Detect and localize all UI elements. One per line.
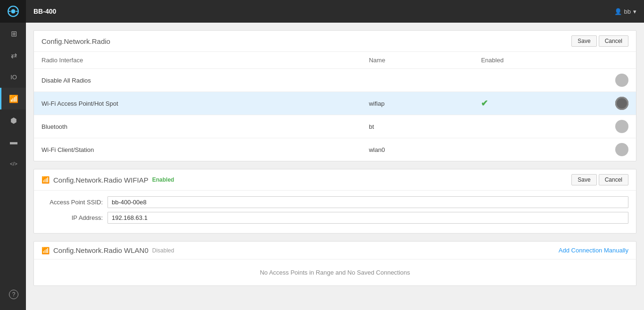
wifiap-card: 📶 Config.Network.Radio WIFIAP Enabled Sa…: [33, 169, 636, 234]
wlan0-header: 📶 Config.Network.Radio WLAN0 Disabled Ad…: [34, 242, 636, 260]
wifi-sidebar-icon: 📶: [9, 94, 18, 103]
sidebar-item-code[interactable]: </>: [0, 153, 26, 175]
main-content: Config.Network.Radio Save Cancel Radio I…: [26, 23, 644, 310]
toggle-cell: [608, 92, 636, 115]
row-interface: Wi-Fi Access Point/Hot Spot: [34, 92, 361, 115]
radio-table-title: Config.Network.Radio: [41, 37, 110, 45]
wlan0-empty-message: No Access Points in Range and No Saved C…: [34, 260, 636, 285]
row-enabled: [473, 138, 608, 161]
sidebar-item-network[interactable]: ⇄: [0, 44, 26, 66]
wifiap-cancel-button[interactable]: Cancel: [599, 174, 628, 185]
wifiap-title-group: 📶 Config.Network.Radio WIFIAP Enabled: [41, 176, 174, 184]
wlan0-status-badge: Disabled: [152, 247, 174, 254]
add-connection-manually-button[interactable]: Add Connection Manually: [559, 247, 628, 254]
user-menu[interactable]: 👤 bb ▾: [614, 8, 636, 15]
ip-input[interactable]: [107, 212, 628, 224]
topbar-right: 👤 bb ▾: [614, 8, 636, 15]
toggle-cell: [608, 115, 636, 138]
radio-table: Radio Interface Name Enabled Disable All…: [34, 52, 636, 161]
sidebar-item-wifi[interactable]: 📶: [0, 88, 26, 109]
username-label: bb: [624, 8, 631, 15]
toggle-cell: [608, 69, 636, 92]
table-row: Wi-Fi Client/Station wlan0: [34, 138, 636, 161]
wifi-icon: 📶: [41, 176, 50, 184]
col-interface: Radio Interface: [34, 52, 361, 69]
ssid-label: Access Point SSID:: [41, 199, 107, 206]
radio-table-card: Config.Network.Radio Save Cancel Radio I…: [33, 30, 636, 161]
table-row: Wi-Fi Access Point/Hot Spot wifiap ✔: [34, 92, 636, 115]
sidebar-item-help[interactable]: ?: [0, 284, 26, 305]
chevron-down-icon: ▾: [633, 8, 636, 15]
radio-toggle-wlan0[interactable]: [615, 143, 628, 156]
radio-cancel-button[interactable]: Cancel: [599, 35, 628, 47]
wifiap-title-text: Config.Network.Radio WIFIAP: [53, 176, 149, 184]
wifiap-form: Access Point SSID: IP Address:: [34, 191, 636, 233]
row-interface: Wi-Fi Client/Station: [34, 138, 361, 161]
wlan0-card: 📶 Config.Network.Radio WLAN0 Disabled Ad…: [33, 241, 636, 286]
radio-toggle-wifiap[interactable]: [615, 97, 628, 110]
wifiap-actions: Save Cancel: [571, 174, 628, 185]
toggle-cell: [608, 138, 636, 161]
sidebar-item-bluetooth[interactable]: ⬢: [0, 109, 26, 131]
row-enabled: ✔: [473, 92, 608, 115]
row-name: wifiap: [361, 92, 473, 115]
network-icon: ⇄: [11, 51, 17, 60]
radio-toggle-disable-all[interactable]: [615, 74, 628, 87]
sidebar-item-serial[interactable]: ▬: [0, 131, 26, 153]
sidebar: ⊞ ⇄ IO 📶 ⬢ ▬ </> ?: [0, 0, 26, 310]
io-icon: IO: [10, 74, 17, 81]
device-title: BB-400: [33, 8, 56, 15]
ip-row: IP Address:: [41, 212, 628, 224]
col-name: Name: [361, 52, 473, 69]
user-icon: 👤: [614, 8, 622, 15]
bluetooth-icon: ⬢: [10, 116, 17, 125]
logo: [0, 0, 26, 23]
sidebar-item-dashboard[interactable]: ⊞: [0, 23, 26, 44]
radio-save-button[interactable]: Save: [571, 35, 596, 47]
row-name: [361, 69, 473, 92]
topbar: BB-400 👤 bb ▾: [26, 0, 644, 23]
col-enabled: Enabled: [473, 52, 608, 69]
wifiap-status-badge: Enabled: [152, 176, 174, 183]
help-icon: ?: [9, 290, 18, 299]
enabled-checkmark: ✔: [481, 99, 488, 108]
table-row: Disable All Radios: [34, 69, 636, 92]
wlan0-title-group: 📶 Config.Network.Radio WLAN0 Disabled: [41, 246, 174, 254]
row-name: wlan0: [361, 138, 473, 161]
grid-icon: ⊞: [11, 29, 17, 38]
row-enabled: [473, 115, 608, 138]
radio-toggle-bluetooth[interactable]: [615, 120, 628, 133]
row-interface: Disable All Radios: [34, 69, 361, 92]
wifiap-save-button[interactable]: Save: [571, 174, 596, 185]
radio-table-actions: Save Cancel: [571, 35, 628, 47]
row-interface: Bluetooth: [34, 115, 361, 138]
sidebar-item-io[interactable]: IO: [0, 66, 26, 88]
row-name: bt: [361, 115, 473, 138]
wifi-icon-wlan0: 📶: [41, 247, 50, 254]
table-row: Bluetooth bt: [34, 115, 636, 138]
serial-icon: ▬: [10, 138, 17, 146]
row-enabled: [473, 69, 608, 92]
radio-table-header: Config.Network.Radio Save Cancel: [34, 31, 636, 52]
wlan0-title-text: Config.Network.Radio WLAN0: [53, 246, 149, 254]
svg-point-1: [11, 9, 15, 14]
ip-label: IP Address:: [41, 214, 107, 221]
code-icon: </>: [10, 161, 17, 167]
ssid-input[interactable]: [107, 196, 628, 208]
ssid-row: Access Point SSID:: [41, 196, 628, 208]
wifiap-header: 📶 Config.Network.Radio WIFIAP Enabled Sa…: [34, 169, 636, 191]
